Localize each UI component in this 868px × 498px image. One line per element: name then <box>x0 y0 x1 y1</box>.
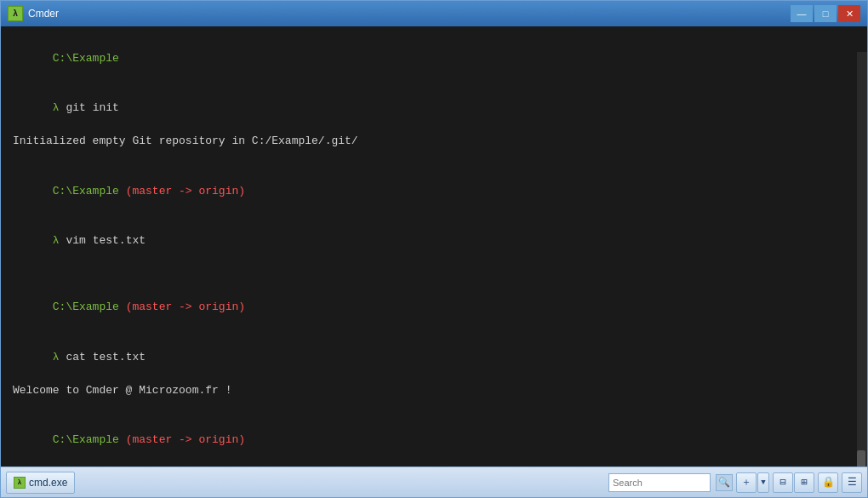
terminal-line: λ cat test.txt <box>13 332 855 382</box>
search-button[interactable]: 🔍 <box>716 474 733 491</box>
app-icon: λ <box>8 6 23 21</box>
minimize-button[interactable]: — <box>791 5 813 22</box>
bottom-bar: λ cmd.exe 🔍 ＋ ▼ ⊟ ⊞ 🔒 ☰ <box>1 467 867 497</box>
terminal-line: λ git add test.txt <box>13 465 855 467</box>
tab-cmd[interactable]: λ cmd.exe <box>6 472 75 494</box>
terminal-line: Initialized empty Git repository in C:/E… <box>13 133 855 150</box>
window-title: Cmder <box>28 8 791 20</box>
main-window: λ Cmder — □ ✕ C:\Example λ git init Init… <box>0 0 868 498</box>
scrollbar[interactable] <box>857 52 867 467</box>
title-bar: λ Cmder — □ ✕ <box>1 1 867 26</box>
maximize-button[interactable]: □ <box>814 5 837 22</box>
close-button[interactable]: ✕ <box>838 5 860 22</box>
view-btn-group: ⊟ ⊞ <box>773 472 814 493</box>
terminal-line: λ git init <box>13 83 855 134</box>
terminal-line: C:\Example <box>13 33 855 83</box>
terminal-line: C:\Example (master -> origin) <box>13 283 855 333</box>
terminal-line: Welcome to Cmder @ Microzoom.fr ! <box>13 382 855 399</box>
search-input[interactable] <box>613 478 689 488</box>
window-controls: — □ ✕ <box>791 5 860 22</box>
split-horizontal-button[interactable]: ⊟ <box>773 472 793 493</box>
split-vertical-button[interactable]: ⊞ <box>794 472 814 493</box>
dropdown-button[interactable]: ▼ <box>757 472 769 493</box>
terminal-line <box>13 398 855 415</box>
terminal-line: λ vim test.txt <box>13 216 855 266</box>
terminal-output[interactable]: C:\Example λ git init Initialized empty … <box>1 26 867 467</box>
scroll-thumb[interactable] <box>857 450 865 467</box>
search-box <box>608 473 711 492</box>
terminal-line: C:\Example (master -> origin) <box>13 415 855 466</box>
terminal-line <box>13 266 855 283</box>
settings-button[interactable]: ☰ <box>842 472 862 493</box>
icon-btn-group: ＋ ▼ <box>736 472 769 493</box>
lock-button[interactable]: 🔒 <box>818 472 838 493</box>
tab-icon: λ <box>14 477 26 489</box>
add-button[interactable]: ＋ <box>736 472 757 493</box>
tab-label: cmd.exe <box>29 477 67 489</box>
terminal-line: C:\Example (master -> origin) <box>13 166 855 216</box>
terminal-line <box>13 150 855 167</box>
